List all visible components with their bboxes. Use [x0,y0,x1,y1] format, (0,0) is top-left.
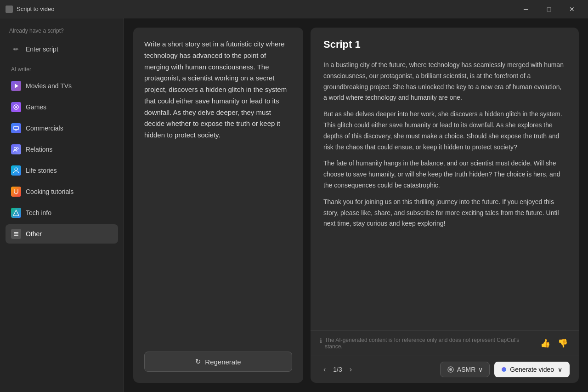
nav-counter: 1/3 [333,366,342,373]
asmr-icon [447,366,454,373]
svg-marker-12 [13,210,19,216]
relations-icon [11,144,21,154]
thumbs-down-button[interactable]: 👎 [556,336,570,350]
script-paragraph-1: In a bustling city of the future, where … [323,60,566,103]
title-bar-left: Script to video [6,6,54,13]
script-footer-disclaimer: ℹ The AI-generated content is for refere… [311,330,579,356]
lifestories-label: Life stories [26,167,57,174]
sidebar-item-other[interactable]: Other [6,224,118,244]
sidebar-item-enter-script[interactable]: ✏ Enter script [6,40,118,59]
sidebar-item-lifestories[interactable]: Life stories [6,161,118,180]
techinfo-icon [11,208,21,218]
generate-label: Generate video [510,366,554,373]
script-body: In a bustling city of the future, where … [323,60,566,229]
window-controls: ─ □ ✕ [515,2,582,17]
regenerate-button[interactable]: ↻ Regenerate [144,352,292,372]
regenerate-label: Regenerate [205,358,241,366]
techinfo-label: Tech info [26,209,51,216]
sidebar-item-commercials[interactable]: Commercials [6,119,118,138]
games-label: Games [26,103,46,111]
disclaimer-text: ℹ The AI-generated content is for refere… [320,337,535,350]
commercials-icon [11,123,21,133]
script-panel: Script 1 In a bustling city of the futur… [311,28,579,383]
sidebar-prompt-label: Already have a script? [6,28,118,34]
script-title: Script 1 [323,39,566,51]
pencil-icon: ✏ [11,44,21,54]
generate-dot-icon [502,367,506,372]
lifestories-icon [11,165,21,176]
svg-point-4 [15,106,17,108]
prev-script-button[interactable]: ‹ [320,364,329,375]
next-script-button[interactable]: › [346,364,356,375]
ai-writer-section-label: AI writer [6,61,118,74]
svg-point-10 [15,168,17,170]
cooking-label: Cooking tutorials [26,188,74,195]
generate-chevron: ∨ [558,366,562,373]
script-paragraph-3: The fate of humanity hangs in the balanc… [323,158,566,191]
regenerate-icon: ↻ [195,358,201,366]
sidebar-item-techinfo[interactable]: Tech info [6,203,118,222]
content-area: Write a short story set in a futuristic … [124,18,588,392]
asmr-button[interactable]: ASMR ∨ [440,362,490,377]
relations-label: Relations [26,146,52,153]
other-icon [11,229,21,239]
sidebar-item-movies[interactable]: Movies and TVs [6,76,118,96]
commercials-label: Commercials [26,125,63,132]
sidebar-item-games[interactable]: Games [6,97,118,117]
app-icon [6,6,13,13]
minimize-button[interactable]: ─ [515,2,537,17]
script-footer-nav: ‹ 1/3 › ASMR ∨ Generate video ∨ [311,356,579,383]
info-icon: ℹ [320,337,322,344]
script-paragraph-4: Thank you for joining us on this thrilli… [323,197,566,229]
nav-arrows: ‹ 1/3 › [320,364,356,375]
svg-point-9 [17,148,18,149]
maximize-button[interactable]: □ [538,2,560,17]
svg-point-8 [14,148,17,150]
sidebar-item-cooking[interactable]: Cooking tutorials [6,182,118,201]
asmr-chevron: ∨ [478,366,483,373]
sidebar: Already have a script? ✏ Enter script AI… [0,18,124,392]
generate-video-button[interactable]: Generate video ∨ [494,362,570,377]
movies-label: Movies and TVs [26,82,72,90]
other-label: Other [26,230,42,238]
svg-point-17 [449,368,452,371]
close-button[interactable]: ✕ [561,2,582,17]
script-content: Script 1 In a bustling city of the futur… [311,28,579,330]
main-layout: Already have a script? ✏ Enter script AI… [0,18,588,392]
cooking-icon [11,187,21,197]
thumbs-up-button[interactable]: 👍 [538,336,552,350]
disclaimer-content: The AI-generated content is for referenc… [325,337,535,350]
prompt-text: Write a short story set in a futuristic … [144,39,292,141]
script-paragraph-2: But as she delves deeper into her work, … [323,109,566,153]
app-title: Script to video [17,6,54,12]
nav-right: ASMR ∨ Generate video ∨ [440,362,570,377]
feedback-buttons: 👍 👎 [538,336,570,350]
movies-icon [11,81,21,91]
asmr-label: ASMR [457,366,475,373]
games-icon [11,102,21,112]
sidebar-item-relations[interactable]: Relations [6,140,118,159]
enter-script-label: Enter script [26,45,58,53]
title-bar: Script to video ─ □ ✕ [0,0,588,18]
prompt-panel: Write a short story set in a futuristic … [133,28,303,383]
